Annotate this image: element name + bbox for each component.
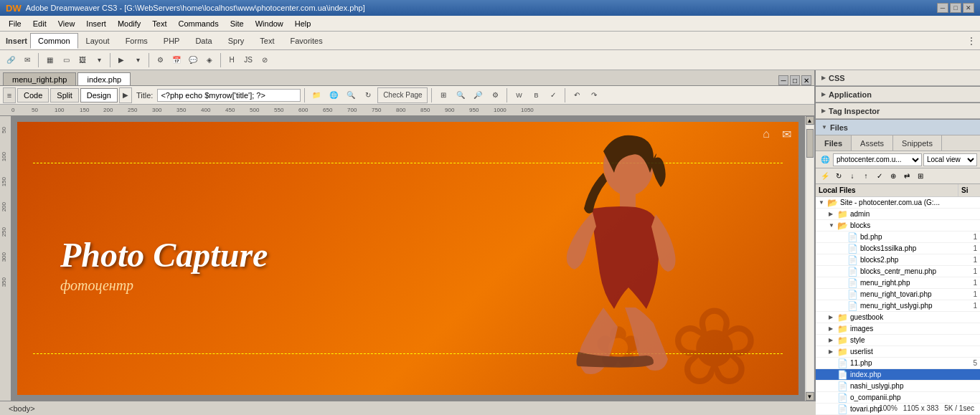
validate-icon[interactable]: ✓ [545,87,561,103]
check-page-btn[interactable]: Check Page [377,87,428,103]
code-explorer-icon[interactable]: ≡ [3,87,16,103]
check-out-icon[interactable]: ⊕ [887,170,900,183]
files-tab-snippets[interactable]: Snippets [893,135,942,151]
tab-common[interactable]: Common [30,33,78,49]
media-icon[interactable]: ▶ [113,52,129,68]
tab-spry[interactable]: Spry [220,33,253,49]
tree-item-blocks1ssilka.php[interactable]: 📄 blocks1ssilka.php 1 [816,243,980,254]
split-view-btn[interactable]: Split [50,88,78,102]
table-icon[interactable]: ▦ [42,52,57,68]
connect-icon[interactable]: ⚡ [819,170,831,183]
title-input[interactable] [157,89,301,102]
noscript-icon[interactable]: ⊘ [257,52,273,68]
undo-icon[interactable]: ↶ [569,87,585,103]
tree-item-menu_right_uslygi.php[interactable]: 📄 menu_right_uslygi.php 1 [816,300,980,312]
page-canvas[interactable]: ❀ ✿ ⌂ ✉ Photo Capture фотоцентр [17,122,798,395]
insert-div-icon[interactable]: ▭ [58,52,74,68]
doc-close-btn[interactable]: ✕ [801,75,811,85]
date-icon[interactable]: 📅 [169,52,184,68]
minimize-button[interactable]: ─ [937,3,948,13]
code-view-btn[interactable]: Code [17,88,49,102]
view-selector[interactable]: Local view Remote view Testing server [923,153,977,166]
file-management-icon[interactable]: 📁 [308,87,324,103]
w3c-validate-icon[interactable]: W [511,87,527,103]
menu-commands[interactable]: Commands [172,18,224,29]
site-selector[interactable]: photocenter.com.u... [833,153,922,166]
tab-index-php[interactable]: index.php [77,72,131,85]
design-view-btn[interactable]: Design [80,88,118,102]
image-icon[interactable]: 🖼 [75,52,90,68]
tag-inspector-header[interactable]: ▶ Tag Inspector [816,103,980,119]
script-icon[interactable]: JS [240,52,256,68]
tree-item-o_companii.php[interactable]: 📄 o_companii.php [816,392,980,404]
tree-item-blocks_centr_menu.php[interactable]: 📄 blocks_centr_menu.php 1 [816,266,980,277]
zoom-out-icon[interactable]: 🔎 [470,87,486,103]
widget-icon[interactable]: ⚙ [152,52,168,68]
menu-site[interactable]: Site [225,18,250,29]
files-tab-files[interactable]: Files [816,135,852,151]
menu-help[interactable]: Help [289,18,317,29]
file-tree[interactable]: ▼ 📂 Site - photocenter.com.ua (G:... ▶ 📁… [816,197,980,415]
menu-file[interactable]: File [3,18,27,29]
files-tab-assets[interactable]: Assets [852,135,893,151]
check-in-icon[interactable]: ✓ [873,170,886,183]
tree-item-bd.php[interactable]: 📄 bd.php 1 [816,232,980,243]
redo-icon[interactable]: ↷ [586,87,602,103]
tab-menu-right-php[interactable]: menu_right.php [3,72,76,85]
css-panel-header[interactable]: ▶ CSS [816,70,980,86]
maximize-button[interactable]: □ [950,3,961,13]
tab-data[interactable]: Data [187,33,220,49]
tree-item-blocks[interactable]: ▼ 📂 blocks [816,220,980,232]
doc-minimize-btn[interactable]: ─ [778,75,788,85]
doc-maximize-btn[interactable]: □ [790,75,800,85]
menu-edit[interactable]: Edit [27,18,52,29]
comment-icon[interactable]: 💬 [185,52,201,68]
menu-modify[interactable]: Modify [112,18,146,29]
canvas-scrollbar-vertical[interactable]: ▲ ▼ [804,116,814,401]
put-files-icon[interactable]: ↑ [859,170,872,183]
tree-item-menu_right_tovari.php[interactable]: 📄 menu_right_tovari.php 1 [816,289,980,300]
tree-item-guestbook[interactable]: ▶ 📁 guestbook [816,312,980,323]
visual-aids-icon[interactable]: ⊞ [435,87,451,103]
synchronize-icon[interactable]: ⇄ [900,170,913,183]
preview-icon[interactable]: 🌐 [326,87,341,103]
email-icon[interactable]: ✉ [19,52,35,68]
hyperlink-icon[interactable]: 🔗 [3,52,19,68]
tab-forms[interactable]: Forms [118,33,156,49]
tab-php[interactable]: PHP [156,33,188,49]
app-panel-header[interactable]: ▶ Application [816,87,980,102]
head-icon[interactable]: H [224,52,240,68]
tree-item-style[interactable]: ▶ 📁 style [816,335,980,346]
view-options-icon[interactable]: ⚙ [487,87,503,103]
close-button[interactable]: ✕ [963,3,974,13]
tab-layout[interactable]: Layout [78,33,118,49]
zoom-in-icon[interactable]: 🔍 [453,87,468,103]
tree-item-index.php[interactable]: 📄 index.php [816,369,980,381]
titlebar-controls[interactable]: ─ □ ✕ [937,3,974,13]
tree-item-blocks2.php[interactable]: 📄 blocks2.php 1 [816,254,980,266]
image-dropdown-icon[interactable]: ▾ [91,52,107,68]
toolbar-options-icon[interactable]: ⋮ [966,33,977,49]
get-files-icon[interactable]: ↓ [846,170,859,183]
debug-icon[interactable]: 🔍 [343,87,359,103]
menu-insert[interactable]: Insert [80,18,112,29]
tag-chooser-icon[interactable]: ◈ [202,52,217,68]
tree-item-admin[interactable]: ▶ 📁 admin [816,209,980,220]
media-dropdown-icon[interactable]: ▾ [130,52,146,68]
expand-icon[interactable]: ⊞ [914,170,927,183]
tree-item-root[interactable]: ▼ 📂 Site - photocenter.com.ua (G:... [816,197,980,209]
menu-window[interactable]: Window [250,18,289,29]
tree-item-images[interactable]: ▶ 📁 images [816,323,980,335]
menu-view[interactable]: View [52,18,81,29]
browser-check-icon[interactable]: B [528,87,544,103]
refresh-files-icon[interactable]: ↻ [832,170,845,183]
tree-item-nashi_uslygi.php[interactable]: 📄 nashi_uslygi.php [816,381,980,392]
live-view-icon[interactable]: ▶ [119,87,132,103]
tree-item-menu_right.php[interactable]: 📄 menu_right.php 1 [816,277,980,289]
tab-favorites[interactable]: Favorites [282,33,330,49]
refresh-icon[interactable]: ↻ [360,87,376,103]
menu-text[interactable]: Text [146,18,172,29]
files-panel-header[interactable]: ▼ Files [816,120,980,135]
tab-text[interactable]: Text [252,33,282,49]
tree-item-userlist[interactable]: ▶ 📁 userlist [816,346,980,358]
